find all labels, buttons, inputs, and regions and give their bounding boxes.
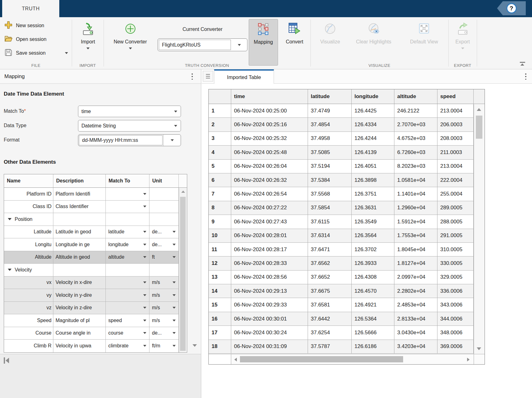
document-bar-menu-button[interactable] xyxy=(203,71,213,82)
unit-dropdown-cell[interactable]: ft/m xyxy=(149,340,179,352)
column-header-altitude[interactable]: altitude xyxy=(394,89,437,104)
element-name-cell[interactable]: vx xyxy=(4,276,53,289)
longitude-cell[interactable]: 126.5666 xyxy=(352,326,394,339)
element-name-cell[interactable]: vz xyxy=(4,302,53,314)
speed-cell[interactable]: 348.0006 xyxy=(437,326,474,339)
match-to-dropdown-cell[interactable]: longitude xyxy=(106,238,149,251)
longitude-cell[interactable]: 126.4570 xyxy=(352,284,394,298)
altitude-cell[interactable]: 1.1401e+04 xyxy=(394,187,437,201)
help-button[interactable]: ? xyxy=(497,1,526,15)
speed-cell[interactable]: 222.0004 xyxy=(437,173,474,187)
mapping-table-row[interactable]: Altitude Altitude in geod altitude ft xyxy=(4,251,179,264)
group-collapse-icon[interactable] xyxy=(8,269,12,271)
scroll-down-icon[interactable] xyxy=(477,347,481,350)
longitude-cell[interactable]: 126.3702 xyxy=(352,243,394,256)
table-row[interactable]: 10 06-Nov-2024 00:28:01 37.6314 126.3564… xyxy=(209,229,474,243)
unit-dropdown-cell[interactable]: de... xyxy=(149,226,179,238)
row-number-cell[interactable]: 18 xyxy=(209,340,231,353)
save-session-button[interactable]: Save session xyxy=(2,46,70,60)
speed-cell[interactable]: 213.0004 xyxy=(437,160,474,173)
match-to-dropdown-cell[interactable]: climbrate xyxy=(106,340,149,352)
longitude-cell[interactable]: 126.4051 xyxy=(352,160,394,173)
altitude-cell[interactable]: 1.2960e+04 xyxy=(394,201,437,215)
unit-dropdown-cell[interactable]: m/s xyxy=(149,314,179,327)
altitude-cell[interactable]: 1.8127e+04 xyxy=(394,256,437,270)
column-header-time[interactable]: time xyxy=(231,89,308,104)
time-cell[interactable]: 06-Nov-2024 00:25:32 xyxy=(231,132,308,145)
longitude-cell[interactable]: 126.3898 xyxy=(352,173,394,187)
longitude-cell[interactable]: 126.4425 xyxy=(352,104,394,117)
row-number-cell[interactable]: 5 xyxy=(209,160,231,173)
table-row[interactable]: 7 06-Nov-2024 00:26:54 37.5568 126.3751 … xyxy=(209,187,474,201)
time-cell[interactable]: 06-Nov-2024 00:25:00 xyxy=(231,104,308,117)
panel-scroll-down-icon[interactable] xyxy=(193,344,197,347)
unit-dropdown-cell[interactable]: de... xyxy=(149,327,179,340)
save-session-dropdown-icon[interactable] xyxy=(65,52,68,54)
table-row[interactable]: 16 06-Nov-2024 00:30:01 37.6442 126.5364… xyxy=(209,312,474,326)
altitude-cell[interactable]: 8.2023e+03 xyxy=(394,160,437,173)
longitude-cell[interactable]: 126.6186 xyxy=(352,340,394,353)
row-number-cell[interactable]: 2 xyxy=(209,118,231,131)
longitude-cell[interactable]: 126.4921 xyxy=(352,298,394,311)
table-row[interactable]: 6 06-Nov-2024 00:26:32 37.5384 126.3898 … xyxy=(209,173,474,187)
match-to-dropdown-cell[interactable]: speed xyxy=(106,314,149,327)
match-to-dropdown-cell[interactable]: course xyxy=(106,327,149,340)
table-row[interactable]: 3 06-Nov-2024 00:25:32 37.4958 126.4244 … xyxy=(209,132,474,146)
vertical-scrollbar[interactable] xyxy=(474,104,485,354)
speed-cell[interactable]: 206.0003 xyxy=(437,118,474,131)
export-dropdown-icon[interactable] xyxy=(461,47,464,49)
latitude-cell[interactable]: 37.4749 xyxy=(308,104,352,117)
altitude-cell[interactable]: 2.4853e+04 xyxy=(394,298,437,311)
table-row[interactable]: 11 06-Nov-2024 00:28:17 37.6471 126.3702… xyxy=(209,243,474,256)
altitude-cell[interactable]: 2.0997e+04 xyxy=(394,271,437,284)
latitude-cell[interactable]: 37.4958 xyxy=(308,132,352,145)
speed-cell[interactable]: 255.0004 xyxy=(437,187,474,201)
altitude-cell[interactable]: 2.7070e+03 xyxy=(394,118,437,131)
longitude-cell[interactable]: 126.4334 xyxy=(352,118,394,131)
other-table-scrollbar[interactable] xyxy=(179,188,187,352)
element-name-cell[interactable]: Course xyxy=(4,327,53,340)
mapping-table-row[interactable]: Longitu Longitude in ge longitude de... xyxy=(4,238,179,251)
column-header-unit[interactable]: Unit xyxy=(149,174,179,187)
longitude-cell[interactable]: 126.3564 xyxy=(352,229,394,242)
row-number-cell[interactable]: 9 xyxy=(209,215,231,228)
time-cell[interactable]: 06-Nov-2024 00:26:32 xyxy=(231,173,308,187)
time-cell[interactable]: 06-Nov-2024 00:25:48 xyxy=(231,146,308,159)
element-name-cell[interactable]: Platform ID xyxy=(4,188,53,200)
latitude-cell[interactable]: 37.5085 xyxy=(308,146,352,159)
scroll-right-icon[interactable] xyxy=(467,358,470,361)
match-to-dropdown-cell[interactable] xyxy=(106,188,149,200)
speed-cell[interactable]: 213.0004 xyxy=(437,104,474,117)
table-row[interactable]: 18 06-Nov-2024 00:31:09 37.5787 126.6186… xyxy=(209,340,474,354)
import-dropdown-icon[interactable] xyxy=(86,47,90,49)
time-cell[interactable]: 06-Nov-2024 00:28:56 xyxy=(231,271,308,284)
new-converter-button[interactable]: New Converter xyxy=(106,19,154,66)
unit-dropdown-cell[interactable] xyxy=(149,213,179,226)
table-row[interactable]: 8 06-Nov-2024 00:27:22 37.5854 126.3631 … xyxy=(209,201,474,215)
speed-cell[interactable]: 336.0006 xyxy=(437,284,474,298)
data-type-select[interactable]: Datetime String xyxy=(78,120,181,132)
latitude-cell[interactable]: 37.6254 xyxy=(308,326,352,339)
visualize-button[interactable]: Visualize xyxy=(315,19,346,66)
match-to-dropdown-cell[interactable] xyxy=(106,201,149,213)
altitude-cell[interactable]: 1.7553e+04 xyxy=(394,229,437,242)
row-number-cell[interactable]: 6 xyxy=(209,173,231,187)
row-number-cell[interactable]: 13 xyxy=(209,271,231,284)
row-number-cell[interactable]: 1 xyxy=(209,104,231,117)
scroll-left-icon[interactable] xyxy=(234,358,237,361)
altitude-cell[interactable]: 2.8133e+04 xyxy=(394,312,437,326)
mapping-panel-menu-icon[interactable] xyxy=(192,73,193,80)
time-cell[interactable]: 06-Nov-2024 00:30:24 xyxy=(231,326,308,339)
group-collapse-icon[interactable] xyxy=(8,218,12,220)
longitude-cell[interactable]: 126.3933 xyxy=(352,256,394,270)
element-name-cell[interactable]: Latitude xyxy=(4,226,53,238)
convert-button[interactable]: Convert xyxy=(280,19,309,66)
default-view-button[interactable]: Default View xyxy=(402,19,446,66)
mapping-table-row[interactable]: Course Course angle in course de... xyxy=(4,327,179,340)
import-button[interactable]: Import xyxy=(74,19,102,66)
speed-cell[interactable]: 329.0005 xyxy=(437,271,474,284)
speed-cell[interactable]: 208.0003 xyxy=(437,132,474,145)
table-row[interactable]: 15 06-Nov-2024 00:29:33 37.6581 126.4921… xyxy=(209,298,474,312)
altitude-cell[interactable]: 1.5912e+04 xyxy=(394,215,437,228)
longitude-cell[interactable]: 126.3631 xyxy=(352,201,394,215)
